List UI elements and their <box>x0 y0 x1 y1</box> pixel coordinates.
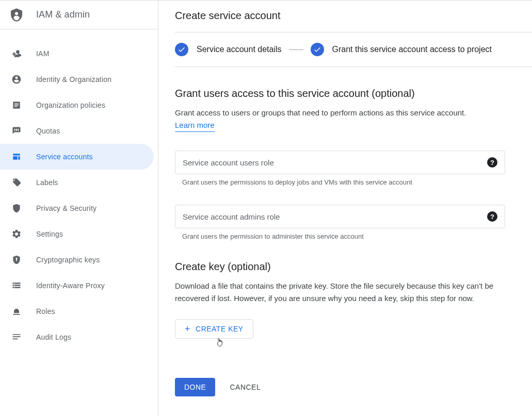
sidebar-item-label: Settings <box>36 230 63 238</box>
policy-doc-icon <box>10 99 23 111</box>
sidebar: IAM & admin IAM Identity & Organization … <box>0 1 158 416</box>
section-heading: Create key (optional) <box>175 261 515 273</box>
section-description: Grant access to users or groups that nee… <box>175 107 515 132</box>
sidebar-item-service-accounts[interactable]: Service accounts <box>0 144 154 170</box>
input-helper-text: Grant users the permissions to deploy jo… <box>182 178 505 186</box>
service-account-icon <box>10 151 23 163</box>
sidebar-item-label: Labels <box>36 178 58 187</box>
learn-more-link[interactable]: Learn more <box>175 119 215 132</box>
sidebar-title: IAM & admin <box>36 9 90 20</box>
step-label: Grant this service account access to pro… <box>332 45 492 54</box>
service-account-admins-input[interactable]: Service account admins role ? <box>175 205 505 228</box>
stepper: Service account details Grant this servi… <box>175 32 532 67</box>
sidebar-item-label: Identity & Organization <box>36 75 111 84</box>
sidebar-item-labels[interactable]: Labels <box>0 170 158 195</box>
service-account-users-input[interactable]: Service account users role ? <box>175 151 505 174</box>
button-label: CREATE KEY <box>196 325 244 333</box>
stepper-step-1[interactable]: Service account details <box>175 43 282 56</box>
create-key-section: Create key (optional) Download a file th… <box>175 240 532 396</box>
stepper-step-2[interactable]: Grant this service account access to pro… <box>311 43 492 56</box>
form-actions: DONE CANCEL <box>175 378 515 396</box>
sidebar-item-label: Cryptographic keys <box>36 256 100 264</box>
sidebar-item-settings[interactable]: Settings <box>0 221 158 247</box>
sidebar-item-label: Roles <box>36 307 55 315</box>
sidebar-item-label: Service accounts <box>36 153 93 161</box>
shield-person-icon <box>10 9 23 21</box>
sidebar-item-crypto-keys[interactable]: Cryptographic keys <box>0 247 158 273</box>
plus-icon: + <box>185 324 190 334</box>
person-circle-icon <box>10 73 23 86</box>
help-icon[interactable]: ? <box>487 211 497 222</box>
sidebar-header: IAM & admin <box>0 1 158 29</box>
sidebar-item-quotas[interactable]: Quotas <box>0 118 158 144</box>
svg-rect-1 <box>14 104 19 104</box>
input-placeholder: Service account users role <box>183 158 274 167</box>
step-label: Service account details <box>197 45 282 54</box>
sidebar-item-identity-org[interactable]: Identity & Organization <box>0 66 158 92</box>
cursor-pointer-icon <box>215 338 223 348</box>
description-text: Grant access to users or groups that nee… <box>175 108 466 117</box>
sidebar-item-label: Quotas <box>36 127 60 135</box>
help-icon[interactable]: ? <box>487 157 497 168</box>
list-icon <box>10 331 23 343</box>
sidebar-item-org-policies[interactable]: Organization policies <box>0 92 158 118</box>
svg-rect-2 <box>14 105 19 105</box>
sidebar-item-iap[interactable]: Identity-Aware Proxy <box>0 273 158 298</box>
sidebar-item-label: Audit Logs <box>36 333 71 341</box>
key-shield-icon <box>10 254 23 266</box>
cancel-button[interactable]: CANCEL <box>230 383 261 391</box>
svg-rect-5 <box>14 285 15 286</box>
sidebar-item-iam[interactable]: IAM <box>0 41 158 66</box>
svg-point-0 <box>15 12 18 15</box>
check-circle-icon <box>175 43 188 56</box>
svg-rect-6 <box>14 287 15 288</box>
sidebar-nav: IAM Identity & Organization Organization… <box>0 29 158 350</box>
roles-icon <box>10 305 23 318</box>
person-add-icon <box>10 47 23 60</box>
section-heading: Grant users access to this service accou… <box>175 88 515 99</box>
main-content: Create service account Service account d… <box>158 1 532 416</box>
sidebar-item-audit-logs[interactable]: Audit Logs <box>0 324 158 350</box>
admins-role-field-group: Service account admins role ? Grant user… <box>175 205 505 240</box>
users-role-field-group: Service account users role ? Grant users… <box>175 151 505 186</box>
sidebar-item-label: IAM <box>36 49 50 58</box>
quota-icon <box>10 125 23 137</box>
input-helper-text: Grant users the permission to administer… <box>182 232 505 240</box>
grant-users-section: Grant users access to this service accou… <box>175 67 532 240</box>
input-placeholder: Service account admins role <box>183 212 280 221</box>
svg-rect-3 <box>14 106 18 107</box>
sidebar-item-label: Privacy & Security <box>36 204 96 212</box>
check-circle-icon <box>311 43 324 56</box>
tag-icon <box>10 176 23 189</box>
stepper-separator <box>289 49 303 50</box>
done-button[interactable]: DONE <box>175 378 215 396</box>
section-description: Download a file that contains the privat… <box>175 280 515 305</box>
svg-rect-4 <box>14 283 15 284</box>
page-title: Create service account <box>175 1 532 32</box>
sidebar-item-label: Organization policies <box>36 101 105 109</box>
gear-icon <box>10 228 23 240</box>
shield-small-icon <box>10 202 23 214</box>
sidebar-item-roles[interactable]: Roles <box>0 298 158 324</box>
sidebar-item-privacy-security[interactable]: Privacy & Security <box>0 195 158 221</box>
proxy-icon <box>10 279 23 292</box>
create-key-button[interactable]: + CREATE KEY <box>175 319 253 339</box>
sidebar-item-label: Identity-Aware Proxy <box>36 281 105 290</box>
